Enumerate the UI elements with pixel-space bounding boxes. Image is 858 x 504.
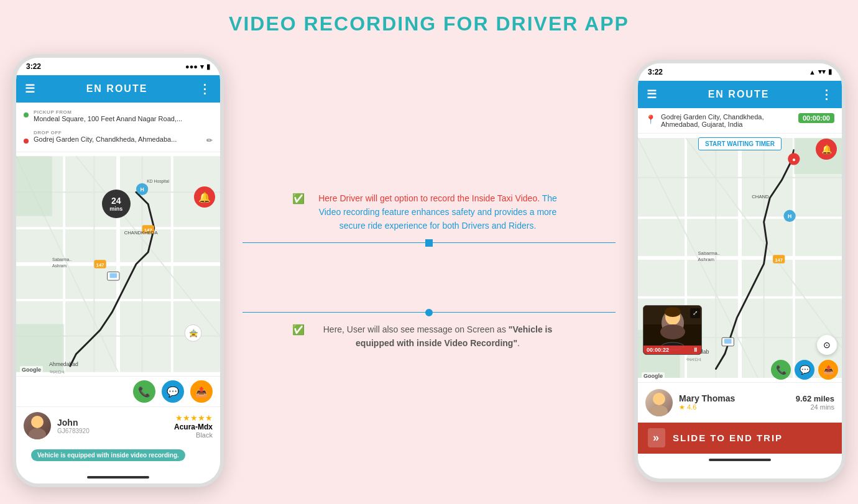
video-overlay: ⤢ 00:00:22 ⏸: [643, 305, 702, 355]
map-area-right: 147 H Sabarma.. Ashram CHAND Ahmedab અમદ…: [638, 134, 842, 382]
phone-bottom-bar-right: [638, 454, 842, 466]
route-dot: [24, 111, 29, 117]
pickup-dot: [24, 112, 29, 117]
eta-unit: mins: [109, 206, 122, 212]
dots-icon-right[interactable]: ⋮: [820, 87, 833, 102]
phone-bottom-bar-left: [16, 471, 220, 483]
google-logo-left: Google: [20, 366, 43, 373]
call-button-right[interactable]: 📞: [771, 360, 791, 380]
wifi-icon-r: ▾▾: [818, 68, 826, 76]
main-content: 3:22 ●●● ▾ ▮ ☰ EN ROUTE ⋮ PICKUP FROM Mo…: [12, 54, 846, 487]
driver-right: ★★★★★ Acura-Mdx Black: [174, 413, 213, 439]
alert-button-right[interactable]: 🔔: [816, 139, 837, 160]
status-bar-right: 3:22 ▲ ▾▾ ▮: [638, 63, 842, 81]
svg-text:Ashram: Ashram: [52, 263, 67, 268]
svg-text:●: ●: [792, 155, 796, 162]
menu-icon-left[interactable]: ☰: [25, 82, 35, 96]
header-title-left: EN ROUTE: [86, 83, 148, 94]
timer-display: 00:00:00: [798, 113, 834, 123]
recording-badge: Vehicle is equipped with inside video re…: [31, 449, 185, 461]
wifi-icon: ▾: [200, 63, 204, 71]
menu-icon-right[interactable]: ☰: [647, 88, 657, 101]
pickup-label: PICKUP FROM: [34, 109, 182, 115]
pickup-address: Mondeal Square, 100 Feet Anand Nagar Roa…: [34, 115, 182, 122]
time-left: 3:22: [26, 62, 41, 71]
slide-to-end-label: SLIDE TO END TRIP: [673, 433, 783, 443]
svg-point-34: [31, 416, 44, 428]
svg-point-73: [653, 393, 665, 405]
line-right-1: [433, 242, 616, 243]
status-icons-left: ●●● ▾ ▮: [185, 63, 210, 71]
telegram-button-right[interactable]: 📤: [818, 360, 838, 380]
svg-text:અમદાવ: અમદાવ: [49, 369, 65, 375]
svg-rect-13: [16, 156, 52, 216]
location-pin-icon: 📍: [645, 114, 656, 124]
expl-text-1: Here Driver will get option to record th…: [310, 191, 566, 233]
recording-badge-container: Vehicle is equipped with inside video re…: [16, 444, 220, 471]
svg-point-74: [650, 405, 668, 416]
connector-1: [242, 239, 616, 247]
slide-to-end-trip[interactable]: » SLIDE TO END TRIP: [638, 423, 842, 454]
svg-text:CHANDKHEDA: CHANDKHEDA: [124, 230, 159, 236]
svg-point-69: [660, 324, 685, 339]
line-left-1: [242, 242, 425, 243]
connector-2: [242, 309, 616, 316]
svg-text:Sabarma..: Sabarma..: [698, 250, 720, 256]
eta-value: 24: [111, 196, 121, 206]
eta-badge: 24 mins: [102, 190, 131, 218]
route-dot2: [24, 131, 29, 144]
home-bar-right: [709, 459, 771, 461]
expl-item2-inner: ✅ Here, User will also see message on Sc…: [292, 323, 566, 351]
app-header-left: ☰ EN ROUTE ⋮: [16, 75, 220, 103]
rider-info: Mary Thomas ★ 4.6 9.62 miles 24 mins: [638, 382, 842, 423]
header-title-right: EN ROUTE: [708, 89, 770, 100]
svg-text:Sabarma..: Sabarma..: [52, 257, 72, 262]
rider-miles: 9.62 miles: [796, 394, 834, 403]
expl-item1: ✅ Here Driver will get option to record …: [242, 191, 616, 247]
route-address-right: Godrej Garden City, Chandkheda, Ahmedaba…: [661, 113, 793, 128]
expl-text-2: Here, User will also see message on Scre…: [310, 323, 566, 351]
chat-button-left[interactable]: 💬: [162, 380, 184, 403]
svg-text:અમદાવ: અમદાવ: [686, 356, 701, 362]
battery-icon-r: ▮: [828, 68, 832, 76]
phone-left: 3:22 ●●● ▾ ▮ ☰ EN ROUTE ⋮ PICKUP FROM Mo…: [12, 54, 224, 487]
expl-item2: ✅ Here, User will also see message on Sc…: [242, 309, 616, 351]
dropoff-label: DROP OFF: [34, 130, 201, 135]
svg-text:147: 147: [775, 257, 783, 262]
map-area-left: 147 147 Sabarma.. Ashram CHANDKHEDA Ahme…: [16, 152, 220, 376]
home-bar-left: [87, 476, 149, 479]
svg-text:🚖: 🚖: [189, 329, 198, 337]
video-pause-icon[interactable]: ⏸: [693, 347, 698, 353]
driver-info: John GJ6783920 ★★★★★ Acura-Mdx Black: [16, 406, 220, 444]
svg-point-35: [29, 428, 46, 439]
google-logo-right: Google: [642, 372, 665, 380]
alert-button[interactable]: 🔔: [194, 186, 215, 208]
pickup-info: PICKUP FROM Mondeal Square, 100 Feet Ana…: [34, 109, 182, 122]
svg-point-68: [665, 307, 681, 317]
route-box-right: 📍 Godrej Garden City, Chandkheda, Ahmeda…: [638, 108, 842, 134]
rider-name: Mary Thomas: [679, 393, 790, 403]
driver-avatar: [24, 412, 51, 439]
video-timer-bar: 00:00:22 ⏸: [644, 346, 701, 354]
expl-item1-inner: ✅ Here Driver will get option to record …: [292, 191, 566, 233]
rider-avatar: [645, 389, 673, 416]
waiting-timer-button[interactable]: START WAITING TIMER: [698, 137, 782, 150]
car-color: Black: [174, 431, 213, 439]
line-left-2: [242, 312, 425, 313]
action-bar-left: 📞 💬 📤: [16, 376, 220, 406]
rider-time: 24 mins: [796, 403, 834, 411]
app-header-right: ☰ EN ROUTE ⋮: [638, 81, 842, 108]
edit-icon[interactable]: ✏: [206, 136, 213, 145]
share-button-left[interactable]: 📤: [190, 380, 213, 403]
dropoff-address: Godrej Garden City, Chandkheda, Ahmedaba…: [34, 135, 201, 143]
driver-name: John: [57, 418, 168, 428]
call-button-left[interactable]: 📞: [133, 380, 155, 403]
chat-button-right[interactable]: 💬: [795, 360, 814, 380]
dots-icon-left[interactable]: ⋮: [198, 81, 211, 96]
slide-arrows-icon: »: [648, 428, 665, 447]
signal-icon-r: ▲: [809, 68, 816, 76]
svg-rect-63: [724, 339, 732, 344]
rider-meta: Mary Thomas ★ 4.6: [679, 393, 790, 411]
location-button-right[interactable]: ⊙: [817, 335, 837, 355]
explanation-area: ✅ Here Driver will get option to record …: [224, 191, 634, 351]
